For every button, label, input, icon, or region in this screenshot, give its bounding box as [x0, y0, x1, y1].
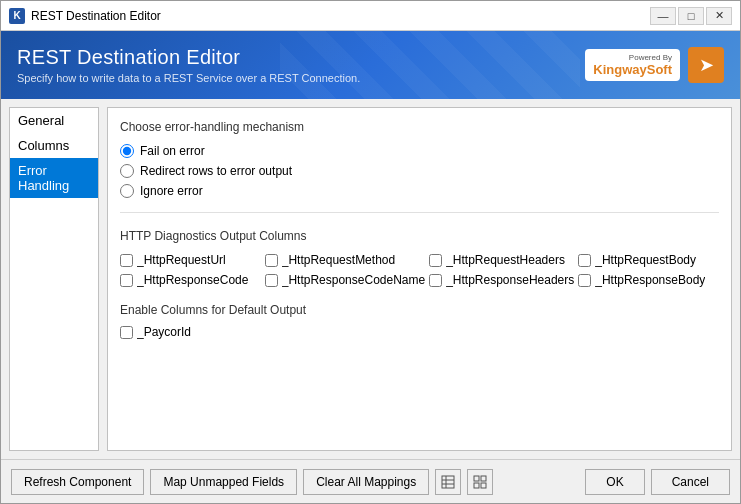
radio-redirect-rows[interactable]: Redirect rows to error output	[120, 164, 719, 178]
checkbox-http-request-body-label: _HttpRequestBody	[595, 253, 696, 267]
checkbox-http-response-body[interactable]: _HttpResponseBody	[578, 273, 719, 287]
checkbox-paycor-id-input[interactable]	[120, 326, 133, 339]
title-bar: K REST Destination Editor — □ ✕	[1, 1, 740, 31]
radio-ignore-error-input[interactable]	[120, 184, 134, 198]
checkbox-http-request-headers[interactable]: _HttpRequestHeaders	[429, 253, 574, 267]
ok-button[interactable]: OK	[585, 469, 644, 495]
sidebar-item-columns[interactable]: Columns	[10, 133, 98, 158]
checkbox-http-request-url-label: _HttpRequestUrl	[137, 253, 226, 267]
http-diagnostics-section: HTTP Diagnostics Output Columns _HttpReq…	[120, 229, 719, 287]
default-output-items: _PaycorId	[120, 325, 719, 339]
sidebar: General Columns Error Handling	[9, 107, 99, 451]
logo-name: KingwaySoft	[593, 62, 672, 77]
logo-arrow-icon: ➤	[688, 47, 724, 83]
grid-icon	[473, 475, 487, 489]
radio-fail-on-error-input[interactable]	[120, 144, 134, 158]
checkbox-http-request-method-input[interactable]	[265, 254, 278, 267]
header-logo: Powered By KingwaySoft ➤	[585, 47, 724, 83]
title-bar-text: REST Destination Editor	[31, 9, 650, 23]
http-diagnostics-title: HTTP Diagnostics Output Columns	[120, 229, 719, 243]
minimize-button[interactable]: —	[650, 7, 676, 25]
radio-ignore-error-label: Ignore error	[140, 184, 203, 198]
checkbox-http-request-url-input[interactable]	[120, 254, 133, 267]
checkbox-http-request-method[interactable]: _HttpRequestMethod	[265, 253, 425, 267]
window: K REST Destination Editor — □ ✕ REST Des…	[0, 0, 741, 504]
checkbox-http-response-headers-label: _HttpResponseHeaders	[446, 273, 574, 287]
checkbox-http-request-url[interactable]: _HttpRequestUrl	[120, 253, 261, 267]
radio-ignore-error[interactable]: Ignore error	[120, 184, 719, 198]
logo-badge: Powered By KingwaySoft	[585, 49, 680, 81]
checkbox-http-response-code-input[interactable]	[120, 274, 133, 287]
checkbox-paycor-id-label: _PaycorId	[137, 325, 191, 339]
clear-all-mappings-button[interactable]: Clear All Mappings	[303, 469, 429, 495]
default-output-title: Enable Columns for Default Output	[120, 303, 719, 317]
refresh-component-button[interactable]: Refresh Component	[11, 469, 144, 495]
checkbox-http-request-body-input[interactable]	[578, 254, 591, 267]
sidebar-item-error-handling[interactable]: Error Handling	[10, 158, 98, 198]
radio-fail-on-error[interactable]: Fail on error	[120, 144, 719, 158]
header-subtitle: Specify how to write data to a REST Serv…	[17, 72, 360, 84]
header-banner: REST Destination Editor Specify how to w…	[1, 31, 740, 99]
error-handling-radio-group: Fail on error Redirect rows to error out…	[120, 144, 719, 213]
checkbox-http-request-headers-input[interactable]	[429, 254, 442, 267]
checkbox-http-response-body-label: _HttpResponseBody	[595, 273, 705, 287]
icon-button-2[interactable]	[467, 469, 493, 495]
checkbox-http-request-body[interactable]: _HttpRequestBody	[578, 253, 719, 267]
close-button[interactable]: ✕	[706, 7, 732, 25]
svg-rect-6	[474, 483, 479, 488]
svg-rect-4	[474, 476, 479, 481]
table-icon	[441, 475, 455, 489]
map-unmapped-fields-button[interactable]: Map Unmapped Fields	[150, 469, 297, 495]
radio-redirect-rows-input[interactable]	[120, 164, 134, 178]
maximize-button[interactable]: □	[678, 7, 704, 25]
checkbox-http-response-headers[interactable]: _HttpResponseHeaders	[429, 273, 574, 287]
error-handling-title: Choose error-handling mechanism	[120, 120, 719, 134]
svg-rect-5	[481, 476, 486, 481]
checkbox-http-response-code-name[interactable]: _HttpResponseCodeName	[265, 273, 425, 287]
http-diagnostics-grid: _HttpRequestUrl _HttpRequestMethod _Http…	[120, 253, 719, 287]
checkbox-http-response-body-input[interactable]	[578, 274, 591, 287]
svg-rect-7	[481, 483, 486, 488]
checkbox-paycor-id[interactable]: _PaycorId	[120, 325, 719, 339]
main-content: General Columns Error Handling Choose er…	[1, 99, 740, 459]
default-output-section: Enable Columns for Default Output _Payco…	[120, 303, 719, 339]
content-panel: Choose error-handling mechanism Fail on …	[107, 107, 732, 451]
sidebar-item-general[interactable]: General	[10, 108, 98, 133]
checkbox-http-response-code-label: _HttpResponseCode	[137, 273, 248, 287]
checkbox-http-request-method-label: _HttpRequestMethod	[282, 253, 395, 267]
checkbox-http-response-code-name-label: _HttpResponseCodeName	[282, 273, 425, 287]
icon-button-1[interactable]	[435, 469, 461, 495]
app-icon: K	[9, 8, 25, 24]
svg-rect-0	[442, 476, 454, 488]
checkbox-http-response-code-name-input[interactable]	[265, 274, 278, 287]
title-bar-controls: — □ ✕	[650, 7, 732, 25]
logo-powered-by: Powered By	[629, 53, 672, 62]
header-title: REST Destination Editor	[17, 46, 360, 69]
header-text: REST Destination Editor Specify how to w…	[17, 46, 360, 84]
radio-fail-on-error-label: Fail on error	[140, 144, 205, 158]
footer: Refresh Component Map Unmapped Fields Cl…	[1, 459, 740, 503]
checkbox-http-response-code[interactable]: _HttpResponseCode	[120, 273, 261, 287]
checkbox-http-response-headers-input[interactable]	[429, 274, 442, 287]
error-handling-section: Choose error-handling mechanism Fail on …	[120, 120, 719, 213]
radio-redirect-rows-label: Redirect rows to error output	[140, 164, 292, 178]
cancel-button[interactable]: Cancel	[651, 469, 730, 495]
checkbox-http-request-headers-label: _HttpRequestHeaders	[446, 253, 565, 267]
